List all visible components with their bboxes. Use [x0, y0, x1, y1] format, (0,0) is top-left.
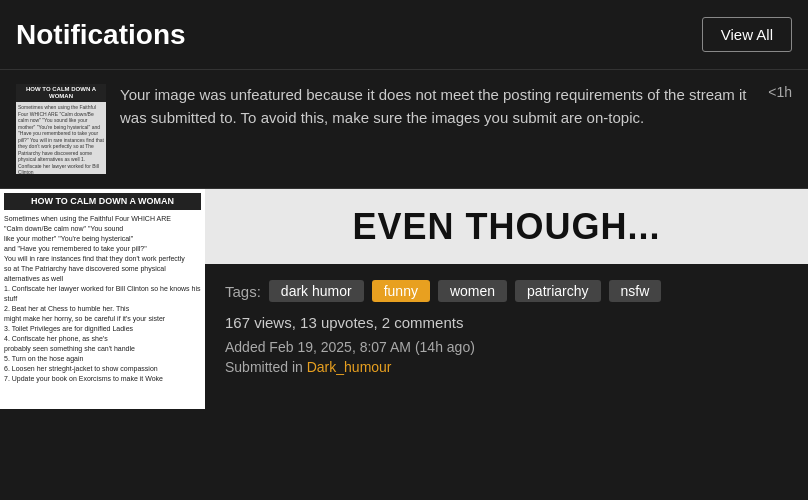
notification-body: Your image was unfeatured because it doe…: [120, 84, 754, 129]
notification-row: HOW TO CALM DOWN A WOMAN Sometimes when …: [0, 70, 808, 189]
tag-women[interactable]: women: [438, 280, 507, 302]
notification-item: HOW TO CALM DOWN A WOMAN Sometimes when …: [0, 70, 808, 189]
submitted-link[interactable]: Dark_humour: [307, 359, 392, 375]
tag-nsfw[interactable]: nsfw: [609, 280, 662, 302]
tag-dark-humor[interactable]: dark humor: [269, 280, 364, 302]
page-title: Notifications: [16, 19, 186, 51]
post-section: HOW TO CALM DOWN A WOMAN Sometimes when …: [0, 189, 808, 409]
post-image-lines: Sometimes when using the Faithful Four W…: [4, 214, 201, 405]
submitted-prefix: Submitted in: [225, 359, 307, 375]
notification-time: <1h: [768, 84, 792, 100]
notification-message: Your image was unfeatured because it doe…: [120, 84, 754, 129]
banner-text: EVEN THOUGH...: [352, 206, 660, 248]
notifications-header: Notifications View All: [0, 0, 808, 70]
post-submitted: Submitted in Dark_humour: [225, 359, 788, 375]
post-details: Tags: dark humor funny women patriarchy …: [205, 264, 808, 391]
view-all-button[interactable]: View All: [702, 17, 792, 52]
thumb-lines: Sometimes when using the Faithful Four W…: [16, 102, 106, 174]
post-added: Added Feb 19, 2025, 8:07 AM (14h ago): [225, 339, 788, 355]
tag-patriarchy[interactable]: patriarchy: [515, 280, 600, 302]
post-stats: 167 views, 13 upvotes, 2 comments: [225, 314, 788, 331]
notification-thumbnail: HOW TO CALM DOWN A WOMAN Sometimes when …: [16, 84, 106, 174]
post-right: EVEN THOUGH... Tags: dark humor funny wo…: [205, 189, 808, 409]
tags-row: Tags: dark humor funny women patriarchy …: [225, 280, 788, 302]
banner-section: EVEN THOUGH...: [205, 189, 808, 264]
thumb-header: HOW TO CALM DOWN A WOMAN: [16, 84, 106, 102]
tag-funny[interactable]: funny: [372, 280, 430, 302]
post-image-side: HOW TO CALM DOWN A WOMAN Sometimes when …: [0, 189, 205, 409]
post-image: HOW TO CALM DOWN A WOMAN Sometimes when …: [0, 189, 205, 409]
added-relative: (14h ago): [415, 339, 475, 355]
tags-label: Tags:: [225, 283, 261, 300]
post-image-title: HOW TO CALM DOWN A WOMAN: [4, 193, 201, 210]
added-date: Added Feb 19, 2025, 8:07 AM: [225, 339, 411, 355]
